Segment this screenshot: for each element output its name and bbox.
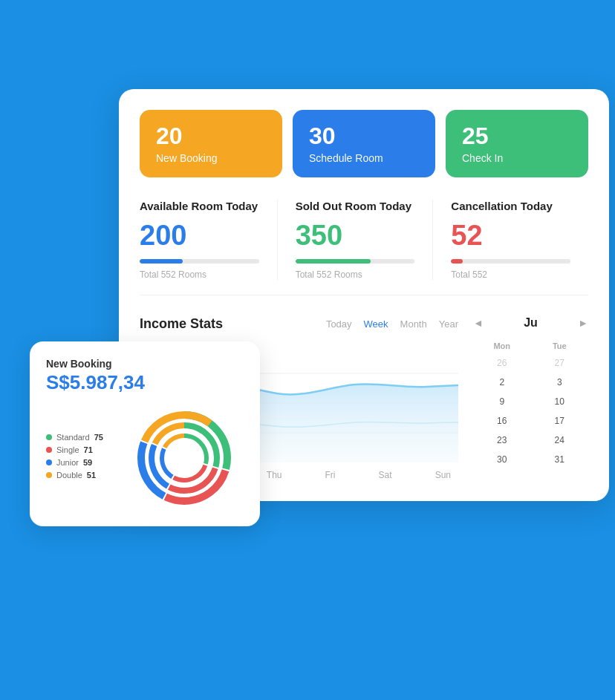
tab-week[interactable]: Week bbox=[364, 318, 388, 330]
calendar-header: ◄ Ju ► bbox=[473, 316, 588, 330]
donut-card-title: New Booking bbox=[46, 358, 244, 370]
legend-label-standard: Standard bbox=[56, 433, 90, 442]
legend-value-double: 51 bbox=[87, 471, 96, 480]
income-tabs: Today Week Month Year bbox=[326, 318, 458, 330]
check-in-number: 25 bbox=[462, 123, 572, 149]
new-booking-number: 20 bbox=[156, 123, 266, 149]
room-stats-row: Available Room Today 200 Total 552 Rooms… bbox=[140, 200, 588, 295]
tab-year[interactable]: Year bbox=[439, 318, 458, 330]
cal-day-3[interactable]: 3 bbox=[531, 374, 589, 390]
sold-out-room-stat: Sold Out Room Today 350 Total 552 Rooms bbox=[277, 200, 433, 280]
cal-day-27[interactable]: 27 bbox=[531, 355, 589, 371]
calendar-grid: Mon Tue 26 27 2 3 9 10 16 17 23 24 30 31 bbox=[473, 340, 588, 468]
stat-card-check-in[interactable]: 25 Check In bbox=[446, 110, 588, 177]
legend-value-standard: 75 bbox=[94, 433, 103, 442]
legend-item-single: Single 71 bbox=[46, 445, 113, 454]
cal-day-24[interactable]: 24 bbox=[531, 432, 589, 448]
tab-today[interactable]: Today bbox=[326, 318, 352, 330]
sold-out-room-title: Sold Out Room Today bbox=[296, 200, 415, 212]
legend-item-standard: Standard 75 bbox=[46, 433, 113, 442]
sold-out-room-total: Total 552 Rooms bbox=[296, 269, 415, 280]
legend-dot-single bbox=[46, 447, 52, 453]
donut-card: New Booking S$5.987,34 Standard 75 Singl… bbox=[30, 341, 260, 526]
available-room-progress-bg bbox=[140, 259, 259, 264]
donut-legend: Standard 75 Single 71 Junior 59 Double 5… bbox=[46, 433, 113, 483]
cal-day-16[interactable]: 16 bbox=[473, 413, 531, 429]
legend-item-double: Double 51 bbox=[46, 471, 113, 480]
cal-day-2[interactable]: 2 bbox=[473, 374, 531, 390]
cancelled-room-total: Total 552 bbox=[451, 269, 570, 280]
income-title: Income Stats bbox=[140, 316, 223, 332]
available-room-stat: Available Room Today 200 Total 552 Rooms bbox=[140, 200, 277, 280]
legend-label-single: Single bbox=[56, 445, 79, 454]
donut-svg-wrap bbox=[125, 406, 244, 510]
calendar-next-arrow[interactable]: ► bbox=[578, 317, 588, 329]
available-room-number: 200 bbox=[140, 220, 259, 252]
cal-day-26[interactable]: 26 bbox=[473, 355, 531, 371]
available-room-progress-fill bbox=[140, 259, 183, 264]
cal-header-tue: Tue bbox=[531, 340, 589, 352]
cancelled-room-number: 52 bbox=[451, 220, 570, 252]
stat-card-schedule-room[interactable]: 30 Schedule Room bbox=[293, 110, 435, 177]
stats-row: 20 New Booking 30 Schedule Room 25 Check… bbox=[140, 110, 588, 177]
cal-day-17[interactable]: 17 bbox=[531, 413, 589, 429]
cal-day-31[interactable]: 31 bbox=[531, 451, 589, 468]
cal-day-9[interactable]: 9 bbox=[473, 393, 531, 410]
donut-chart bbox=[132, 406, 236, 510]
chart-label-fri: Fri bbox=[325, 470, 336, 480]
check-in-label: Check In bbox=[462, 152, 572, 164]
donut-card-amount: S$5.987,34 bbox=[46, 371, 244, 394]
cal-day-30[interactable]: 30 bbox=[473, 451, 531, 468]
chart-label-sat: Sat bbox=[379, 470, 392, 480]
calendar-sidebar: ◄ Ju ► Mon Tue 26 27 2 3 9 10 16 17 23 2… bbox=[473, 316, 588, 480]
sold-out-room-number: 350 bbox=[296, 220, 415, 252]
legend-dot-junior bbox=[46, 459, 52, 465]
sold-out-room-progress-fill bbox=[296, 259, 371, 264]
legend-label-double: Double bbox=[56, 471, 82, 480]
tab-month[interactable]: Month bbox=[400, 318, 427, 330]
cancelled-room-progress-fill bbox=[451, 259, 463, 264]
cancelled-room-title: Cancellation Today bbox=[451, 200, 570, 212]
cal-day-10[interactable]: 10 bbox=[531, 393, 589, 410]
legend-dot-double bbox=[46, 472, 52, 478]
donut-content: Standard 75 Single 71 Junior 59 Double 5… bbox=[46, 406, 244, 510]
cancelled-room-progress-bg bbox=[451, 259, 570, 264]
available-room-total: Total 552 Rooms bbox=[140, 269, 259, 280]
cancelled-room-stat: Cancellation Today 52 Total 552 bbox=[432, 200, 588, 280]
schedule-room-label: Schedule Room bbox=[309, 152, 419, 164]
schedule-room-number: 30 bbox=[309, 123, 419, 149]
legend-label-junior: Junior bbox=[56, 458, 79, 467]
cal-header-mon: Mon bbox=[473, 340, 531, 352]
calendar-prev-arrow[interactable]: ◄ bbox=[473, 317, 484, 329]
available-room-title: Available Room Today bbox=[140, 200, 259, 212]
legend-value-junior: 59 bbox=[83, 458, 92, 467]
new-booking-label: New Booking bbox=[156, 152, 266, 164]
legend-value-single: 71 bbox=[84, 445, 93, 454]
sold-out-room-progress-bg bbox=[296, 259, 415, 264]
income-header: Income Stats Today Week Month Year bbox=[140, 316, 458, 332]
cal-day-23[interactable]: 23 bbox=[473, 432, 531, 448]
stat-card-new-booking[interactable]: 20 New Booking bbox=[140, 110, 282, 177]
calendar-month: Ju bbox=[524, 316, 538, 330]
legend-dot-standard bbox=[46, 434, 52, 440]
chart-label-thu: Thu bbox=[267, 470, 282, 480]
legend-item-junior: Junior 59 bbox=[46, 458, 113, 467]
chart-label-sun: Sun bbox=[435, 470, 451, 480]
